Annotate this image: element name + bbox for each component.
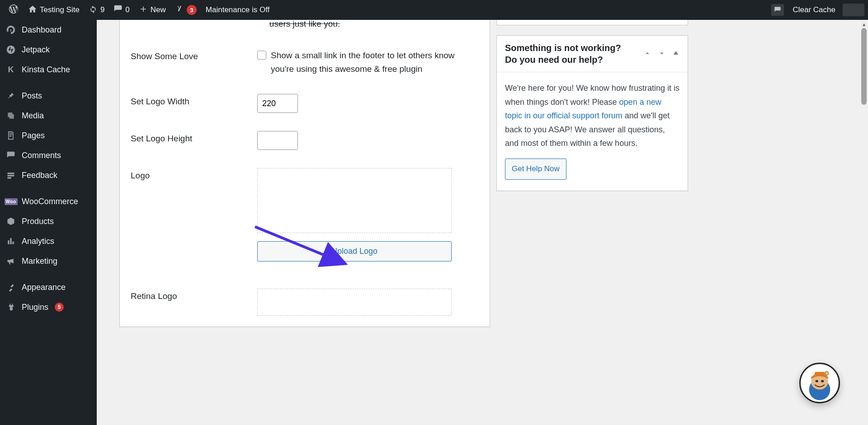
scrollbar-up-arrow[interactable]: ▴	[860, 20, 868, 28]
plugins-count-badge: 5	[55, 303, 64, 312]
sidebar-item-media[interactable]: Media	[0, 106, 97, 126]
sidebar-label: Dashboard	[22, 25, 61, 35]
jetpack-icon	[5, 44, 16, 55]
seo-item[interactable]: 3	[170, 0, 201, 20]
analytics-icon	[5, 236, 16, 247]
pages-icon	[5, 130, 16, 141]
comment-icon	[5, 150, 16, 161]
mascot-icon	[802, 365, 837, 402]
appearance-icon	[5, 282, 16, 293]
chevron-down-icon[interactable]	[658, 49, 666, 59]
svg-point-7	[825, 371, 829, 375]
scrollbar-track[interactable]: ▴	[860, 20, 868, 425]
row-show-love: Show Some Love Show a small link in the …	[120, 31, 490, 85]
content-wrap: users just like you. Show Some Love Show…	[97, 20, 868, 425]
updates-count: 9	[100, 5, 104, 14]
admin-sidebar: Dashboard Jetpack K Kinsta Cache Posts M…	[0, 20, 97, 425]
adminbar-trailing-block[interactable]	[843, 4, 864, 16]
maintenance-label: Maintenance is Off	[206, 5, 269, 14]
sidebar-label: Feedback	[22, 171, 57, 180]
maintenance-item[interactable]: Maintenance is Off	[201, 0, 274, 20]
svg-point-0	[7, 46, 15, 54]
sidebar-item-kinsta[interactable]: K Kinsta Cache	[0, 60, 97, 79]
comments-count: 0	[125, 5, 129, 14]
sidebar-item-products[interactable]: Products	[0, 211, 97, 231]
update-icon	[89, 5, 98, 16]
sidebar-label: Posts	[22, 91, 42, 101]
plus-icon	[139, 5, 148, 16]
site-title-label: Testing Site	[40, 5, 80, 14]
sidebar-label: Appearance	[22, 283, 66, 292]
previous-panel-bottom-edge	[496, 20, 688, 25]
sidebar-item-dashboard[interactable]: Dashboard	[0, 20, 97, 40]
sidebar-label: Kinsta Cache	[22, 65, 70, 75]
comments-item[interactable]: 0	[109, 0, 134, 20]
get-help-label: Get Help Now	[512, 164, 560, 173]
sidebar-item-analytics[interactable]: Analytics	[0, 231, 97, 251]
plugin-settings-panel: users just like you. Show Some Love Show…	[119, 20, 490, 327]
dashboard-icon	[5, 24, 16, 35]
help-panel-body: We're here for you! We know how frustrat…	[497, 72, 688, 191]
show-love-desc: Show a small link in the footer to let o…	[271, 49, 479, 76]
wordpress-icon	[8, 4, 19, 17]
upload-logo-button[interactable]: Upload Logo	[257, 241, 452, 262]
sidebar-item-plugins[interactable]: Plugins 5	[0, 297, 97, 317]
wp-logo[interactable]	[4, 0, 24, 20]
support-chat-bubble[interactable]	[799, 363, 840, 403]
show-love-field: Show a small link in the footer to let o…	[257, 49, 479, 76]
logo-width-input[interactable]	[257, 94, 298, 113]
logo-height-input[interactable]	[257, 131, 298, 150]
new-item[interactable]: New	[134, 0, 170, 20]
help-panel-header: Something is not working? Do you need ou…	[497, 36, 688, 72]
help-panel: Something is not working? Do you need ou…	[496, 35, 688, 191]
sidebar-label: Marketing	[22, 257, 57, 266]
notification-box-icon	[771, 4, 784, 16]
plugins-icon	[5, 302, 16, 313]
sidebar-item-jetpack[interactable]: Jetpack	[0, 40, 97, 60]
updates-item[interactable]: 9	[84, 0, 109, 20]
sidebar-item-pages[interactable]: Pages	[0, 126, 97, 145]
help-panel-title: Something is not working? Do you need ou…	[505, 42, 621, 65]
comment-icon	[113, 5, 123, 16]
sidebar-item-feedback[interactable]: Feedback	[0, 165, 97, 185]
pin-icon	[5, 90, 16, 101]
upload-spacer	[131, 241, 257, 244]
hidden-partial-row: users just like you.	[120, 20, 490, 31]
help-panel-controls	[643, 49, 679, 59]
sidebar-item-comments[interactable]: Comments	[0, 145, 97, 165]
site-title-item[interactable]: Testing Site	[24, 0, 84, 20]
sidebar-label: Analytics	[22, 237, 54, 246]
show-love-checkbox[interactable]	[257, 51, 266, 60]
get-help-button[interactable]: Get Help Now	[505, 159, 566, 180]
sidebar-item-appearance[interactable]: Appearance	[0, 277, 97, 297]
feedback-icon	[5, 170, 16, 181]
scrollbar-thumb[interactable]	[861, 28, 867, 105]
retina-logo-label: Retina Logo	[131, 289, 257, 301]
row-logo-width: Set Logo Width	[120, 85, 490, 122]
retina-logo-preview-box	[257, 289, 452, 316]
sidebar-label: Comments	[22, 151, 61, 160]
logo-label: Logo	[131, 168, 257, 181]
sidebar-item-marketing[interactable]: Marketing	[0, 251, 97, 271]
sidebar-label: Plugins	[22, 303, 48, 312]
logo-preview-box	[257, 168, 452, 233]
products-icon	[5, 216, 16, 227]
toggle-up-icon[interactable]	[672, 49, 679, 59]
yoast-icon	[175, 5, 184, 16]
row-logo-height: Set Logo Height	[120, 122, 490, 159]
svg-point-4	[816, 380, 818, 382]
chevron-up-icon[interactable]	[643, 49, 651, 59]
row-upload-logo: Upload Logo	[120, 238, 490, 271]
sidebar-item-woocommerce[interactable]: Woo WooCommerce	[0, 191, 97, 211]
upload-logo-label: Upload Logo	[331, 247, 377, 256]
home-icon	[28, 5, 37, 16]
clear-cache-label: Clear Cache	[793, 5, 836, 14]
row-logo: Logo	[120, 159, 490, 238]
media-icon	[5, 110, 16, 121]
admin-bar: Testing Site 9 0 New 3 Maintenance is Of…	[0, 0, 868, 20]
woocommerce-icon: Woo	[5, 196, 16, 207]
sidebar-item-posts[interactable]: Posts	[0, 86, 97, 106]
help-title-line1: Something is not working?	[505, 42, 621, 54]
clear-cache-item[interactable]: Clear Cache	[788, 0, 840, 20]
notifications-item[interactable]	[767, 0, 788, 20]
